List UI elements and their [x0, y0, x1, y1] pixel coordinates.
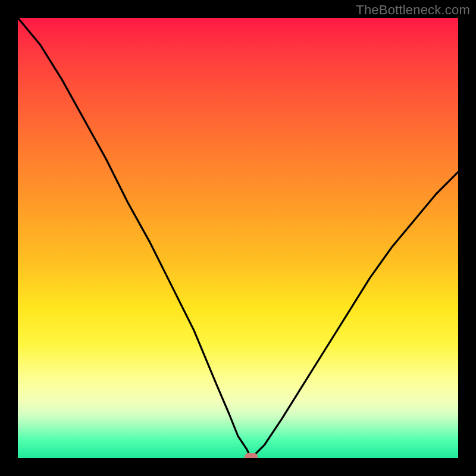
chart-frame: TheBottleneck.com	[0, 0, 476, 476]
bottleneck-curve	[18, 18, 458, 458]
plot-area	[18, 18, 458, 458]
watermark-text: TheBottleneck.com	[356, 2, 470, 18]
optimum-marker	[245, 453, 258, 458]
